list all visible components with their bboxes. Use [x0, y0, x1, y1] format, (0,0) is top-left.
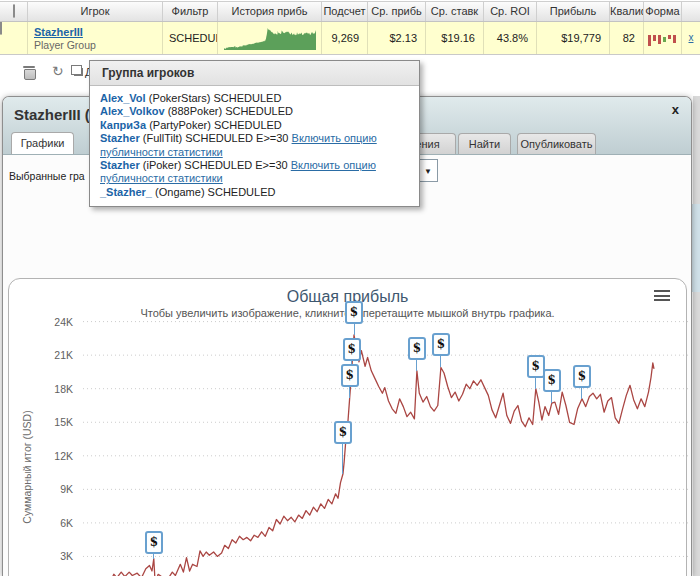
flag-pole	[535, 378, 536, 389]
players-table: Игрок Фильтр История прибь Подсчет Ср. п…	[0, 1, 700, 55]
remove-player-link[interactable]: x	[682, 22, 700, 43]
form-bar	[673, 35, 676, 43]
significant-win-flag[interactable]: $	[432, 333, 450, 356]
col-avg-stake[interactable]: Ср. ставк	[426, 2, 484, 21]
tab-charts[interactable]: Графики	[11, 132, 74, 154]
flag-pole	[416, 360, 417, 371]
avg-stake-value: $19.16	[426, 22, 484, 54]
profit-history-cell	[218, 22, 322, 54]
form-bar	[668, 35, 671, 39]
row-checkbox-cell	[0, 22, 28, 54]
form-bar	[648, 35, 651, 46]
flag-pole	[581, 388, 582, 399]
count-value: 9,269	[322, 22, 368, 54]
player-group-label: Player Group	[28, 38, 162, 51]
chart-panel[interactable]: Общая прибыль Чтобы увеличить изображени…	[8, 278, 687, 576]
delete-icon[interactable]	[24, 66, 35, 78]
popup-player-name: Stazher	[100, 132, 140, 144]
popup-entry: Alex_Vol (PokerStars) SCHEDULED	[100, 92, 409, 105]
popup-title: Группа игроков	[90, 61, 419, 86]
player-name-link[interactable]: StazherIII	[28, 22, 162, 38]
flag-pole	[440, 356, 441, 367]
enable-public-stats-link[interactable]: Включить опцию публичности статистики	[100, 159, 376, 184]
col-filter[interactable]: Фильтр	[163, 2, 218, 21]
popup-entry: КаприЗа (PartyPoker) SCHEDULED	[100, 119, 409, 132]
popup-entry: Stazher (FullTilt) SCHEDULED E>=30 Включ…	[100, 132, 409, 159]
significant-win-flag[interactable]: $	[573, 365, 591, 388]
popup-entry: _Stazher_ (Ongame) SCHEDULED	[100, 186, 409, 199]
charts-select-dropdown[interactable]: ▼	[418, 159, 438, 182]
remove-cell: x	[682, 22, 700, 54]
header-checkbox-cell	[0, 2, 28, 21]
significant-win-flag[interactable]: $	[145, 531, 163, 554]
popup-player-name: Alex_Volkov	[100, 105, 165, 117]
copy-icon[interactable]	[74, 68, 83, 76]
avg-profit-value: $2.13	[368, 22, 426, 54]
qualif-value: 82	[610, 22, 644, 54]
row-checkbox[interactable]	[0, 22, 2, 35]
players-table-header: Игрок Фильтр История прибь Подсчет Ср. п…	[0, 1, 700, 22]
filter-value: SCHEDUL	[163, 22, 217, 44]
col-avg-profit[interactable]: Ср. прибь	[368, 2, 426, 21]
popup-player-name: Alex_Vol	[100, 92, 146, 104]
significant-win-flag[interactable]: $	[408, 337, 426, 360]
form-bar	[658, 35, 661, 44]
col-avg-roi[interactable]: Ср. ROI	[484, 2, 537, 21]
col-extra	[682, 2, 700, 21]
significant-win-flag[interactable]: $	[334, 421, 352, 444]
y-tick-label: 6K	[33, 517, 73, 529]
y-tick-label: 24K	[33, 316, 73, 328]
selected-charts-label: Выбранные гра	[9, 170, 85, 182]
player-cell: StazherIII Player Group	[28, 22, 163, 54]
significant-win-flag[interactable]: $	[343, 338, 361, 361]
flag-pole	[349, 387, 350, 398]
y-tick-label: 18K	[33, 383, 73, 395]
col-player[interactable]: Игрок	[28, 2, 163, 21]
y-tick-label: 21K	[33, 349, 73, 361]
tab-publish[interactable]: Опубликовать	[517, 133, 596, 154]
enable-public-stats-link[interactable]: Включить опцию публичности статистики	[100, 132, 377, 157]
scroll-thumb[interactable]	[692, 204, 700, 292]
app-screen: Игрок Фильтр История прибь Подсчет Ср. п…	[0, 0, 700, 576]
table-row[interactable]: StazherIII Player Group SCHEDUL 9,269 $2…	[0, 22, 700, 55]
flag-pole	[354, 324, 355, 335]
significant-win-flag[interactable]: $	[543, 369, 561, 392]
close-icon[interactable]: x	[672, 102, 679, 117]
player-group-popup: Группа игроков Alex_Vol (PokerStars) SCH…	[89, 60, 420, 207]
col-qualif[interactable]: Квалиф	[610, 2, 644, 21]
tab-find[interactable]: Найти	[458, 133, 511, 154]
form-bars	[648, 28, 680, 50]
avg-roi-value: 43.8%	[484, 22, 537, 54]
popup-player-name: КаприЗа	[100, 119, 146, 131]
popup-entries: Alex_Vol (PokerStars) SCHEDULEDAlex_Volk…	[90, 86, 419, 206]
col-profit[interactable]: Прибыль	[537, 2, 610, 21]
form-bar	[653, 35, 656, 41]
y-tick-label: 9K	[33, 483, 73, 495]
col-form[interactable]: Форма	[644, 2, 682, 21]
page-scroll-strip[interactable]	[692, 96, 700, 576]
y-tick-label: 12K	[33, 450, 73, 462]
col-count[interactable]: Подсчет	[322, 2, 368, 21]
dialog-title: StazherIII (	[14, 106, 90, 123]
refresh-icon[interactable]: ↻	[52, 63, 64, 79]
form-bar	[663, 37, 666, 42]
profit-value: $19,779	[537, 22, 610, 54]
flag-pole	[551, 392, 552, 403]
form-cell	[644, 22, 682, 54]
filter-cell: SCHEDUL	[163, 22, 218, 54]
profit-sparkline	[222, 25, 318, 52]
y-tick-label: 3K	[33, 550, 73, 562]
flag-pole	[153, 554, 154, 559]
significant-win-flag[interactable]: $	[345, 301, 363, 324]
popup-player-name: Stazher	[100, 159, 140, 171]
significant-win-flag[interactable]: $	[341, 364, 359, 387]
select-all-checkbox[interactable]	[13, 4, 15, 18]
popup-player-name: _Stazher_	[100, 186, 152, 198]
col-profit-history[interactable]: История прибь	[218, 2, 322, 21]
popup-entry: Stazher (iPoker) SCHEDULED E>=30 Включит…	[100, 159, 409, 186]
flag-pole	[342, 444, 343, 474]
popup-entry: Alex_Volkov (888Poker) SCHEDULED	[100, 105, 409, 118]
y-tick-label: 15K	[33, 416, 73, 428]
